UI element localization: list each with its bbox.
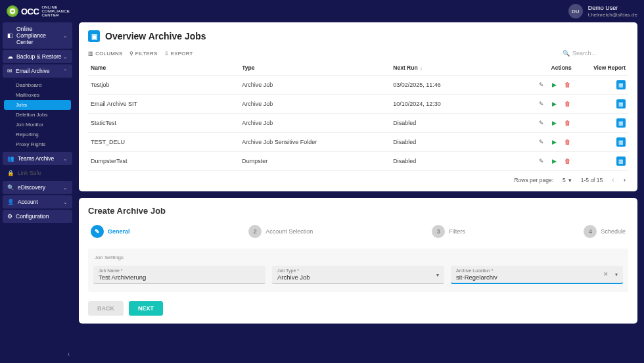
- next-button[interactable]: NEXT: [129, 301, 163, 316]
- sidebar-item-ediscovery[interactable]: 🔍eDiscovery ⌄: [3, 181, 72, 194]
- step-num: 2: [248, 225, 262, 238]
- run-icon[interactable]: ▶: [551, 81, 559, 89]
- sidebar-sub-deletion-jobs[interactable]: Deletion Jobs: [4, 110, 71, 120]
- step-account-selection[interactable]: 2 Account Selection: [248, 225, 313, 238]
- sidebar-sub-dashboard[interactable]: Dashboard: [4, 80, 71, 90]
- brand-logo: OCC ONLINE COMPLIANCE CENTER: [7, 5, 70, 17]
- cell-nextrun: 10/10/2024, 12:30: [390, 95, 520, 114]
- th-nextrun[interactable]: Next Run↓: [390, 60, 520, 76]
- form-buttons: BACK NEXT: [88, 301, 628, 316]
- edit-icon[interactable]: ✎: [538, 81, 545, 89]
- sidebar-item-linksafe: 🔒Link Safe: [3, 166, 72, 180]
- cloud-icon: ☁: [7, 53, 13, 60]
- next-page-button[interactable]: ›: [624, 176, 626, 183]
- overview-card: ▣ Overview Archive Jobs ▥COLUMNS ⚲FILTER…: [79, 22, 637, 191]
- th-nextrun-label: Next Run: [393, 64, 417, 71]
- user-area[interactable]: DU Demo User t.heinreich@sfdas.de: [568, 4, 637, 18]
- sort-down-icon: ↓: [420, 65, 423, 71]
- main-content: ▣ Overview Archive Jobs ▥COLUMNS ⚲FILTER…: [75, 22, 644, 363]
- delete-icon[interactable]: 🗑: [564, 138, 572, 146]
- step-filters[interactable]: 3 Filters: [432, 225, 465, 238]
- delete-icon[interactable]: 🗑: [564, 157, 572, 165]
- search-placeholder: Search…: [572, 50, 597, 57]
- sidebar-item-occ[interactable]: ◧Online Compliance Center ⌄: [3, 22, 72, 49]
- sidebar: ◧Online Compliance Center ⌄ ☁Backup & Re…: [0, 22, 75, 363]
- run-icon[interactable]: ▶: [551, 157, 559, 165]
- filters-button[interactable]: ⚲FILTERS: [129, 51, 158, 57]
- jobtype-field[interactable]: Job Type * Archive Job ▾: [272, 266, 444, 284]
- collapse-sidebar-button[interactable]: ‹: [68, 351, 70, 358]
- run-icon[interactable]: ▶: [551, 100, 559, 108]
- sidebar-sub-job-monitor[interactable]: Job Monitor: [4, 120, 71, 130]
- sidebar-item-teams-archive[interactable]: 👥Teams Archive ⌄: [3, 152, 72, 165]
- table-row: Email Archive SITArchive Job10/10/2024, …: [88, 95, 628, 114]
- sidebar-sub-mailboxes[interactable]: Mailboxes: [4, 90, 71, 100]
- page-title-text: Overview Archive Jobs: [105, 31, 206, 41]
- archloc-value: sit-Regelarchiv: [456, 273, 618, 281]
- step-label: Filters: [449, 228, 465, 235]
- run-icon[interactable]: ▶: [551, 119, 559, 127]
- edit-icon[interactable]: ✎: [538, 138, 545, 146]
- report-icon[interactable]: ▦: [616, 80, 626, 89]
- pagination: Rows per page: 5▾ 1-5 of 15 ‹ ›: [88, 171, 628, 183]
- table-toolbar: ▥COLUMNS ⚲FILTERS ⇩EXPORT 🔍 Search…: [88, 50, 628, 57]
- chevron-down-icon: ⌄: [63, 185, 68, 191]
- jobname-field[interactable]: Job Name * Test Archivierung: [93, 266, 265, 284]
- report-icon[interactable]: ▦: [616, 99, 626, 109]
- cell-nextrun: Disabled: [390, 133, 520, 152]
- sidebar-item-configuration[interactable]: ⚙Configuration: [3, 210, 72, 223]
- cell-nextrun: 03/02/2025, 11:46: [390, 76, 520, 95]
- search-input[interactable]: 🔍 Search…: [563, 50, 628, 57]
- delete-icon[interactable]: 🗑: [564, 119, 572, 127]
- step-num: 4: [584, 225, 597, 238]
- cell-type: Archive Job: [239, 114, 390, 133]
- edit-icon[interactable]: ✎: [538, 119, 545, 127]
- step-general[interactable]: ✎ General: [91, 225, 130, 238]
- user-icon: 👤: [7, 199, 14, 205]
- run-icon[interactable]: ▶: [551, 138, 559, 146]
- archive-location-field[interactable]: Archive Location * sit-Regelarchiv ✕ ▾: [451, 266, 623, 284]
- sidebar-sub-proxy[interactable]: Proxy Rights: [4, 139, 71, 149]
- logo-mark-icon: [7, 5, 18, 17]
- chevron-down-icon: ⌄: [63, 54, 68, 60]
- sidebar-sub-reporting[interactable]: Reporting: [4, 130, 71, 139]
- sidebar-item-backup[interactable]: ☁Backup & Restore ⌄: [3, 50, 72, 63]
- archloc-label: Archive Location *: [456, 268, 618, 273]
- sidebar-item-label: Backup & Restore: [16, 53, 62, 60]
- sidebar-sub-jobs[interactable]: Jobs: [4, 100, 71, 110]
- report-icon[interactable]: ▦: [616, 137, 626, 147]
- export-button[interactable]: ⇩EXPORT: [164, 51, 193, 57]
- table-row: DumpsterTestDumpsterDisabled✎▶🗑▦: [88, 152, 628, 171]
- create-title: Create Archive Job: [88, 206, 628, 216]
- edit-icon[interactable]: ✎: [538, 157, 545, 165]
- report-icon[interactable]: ▦: [616, 118, 626, 128]
- sidebar-item-label: eDiscovery: [18, 184, 45, 191]
- cell-type: Dumpster: [239, 152, 390, 171]
- search-icon: 🔍: [563, 50, 570, 57]
- back-button[interactable]: BACK: [88, 301, 124, 316]
- step-label: Schedule: [601, 228, 626, 235]
- delete-icon[interactable]: 🗑: [564, 81, 572, 89]
- rpp-select[interactable]: 5▾: [563, 177, 572, 183]
- topbar: OCC ONLINE COMPLIANCE CENTER DU Demo Use…: [0, 0, 644, 22]
- jobname-value: Test Archivierung: [99, 273, 260, 281]
- sidebar-item-label: Account: [18, 199, 38, 205]
- chevron-down-icon: ▾: [568, 177, 572, 183]
- cell-type: Archive Job: [239, 95, 390, 114]
- edit-icon[interactable]: ✎: [538, 100, 545, 108]
- prev-page-button[interactable]: ‹: [612, 176, 614, 183]
- sidebar-item-email-archive[interactable]: ✉Email Archive ⌃: [3, 64, 72, 78]
- gear-icon: ⚙: [7, 213, 12, 220]
- th-name[interactable]: Name: [88, 60, 239, 76]
- user-name: Demo User: [588, 5, 637, 12]
- step-schedule[interactable]: 4 Schedule: [584, 225, 626, 238]
- sidebar-item-account[interactable]: 👤Account ⌄: [3, 195, 72, 208]
- cell-name: TEST_DELU: [88, 133, 239, 152]
- columns-button[interactable]: ▥COLUMNS: [88, 51, 123, 57]
- th-type[interactable]: Type: [239, 60, 390, 76]
- report-icon[interactable]: ▦: [616, 157, 626, 166]
- clear-icon[interactable]: ✕: [603, 271, 609, 278]
- delete-icon[interactable]: 🗑: [564, 100, 572, 108]
- jobtype-value: Archive Job: [277, 273, 439, 281]
- columns-label: COLUMNS: [95, 51, 122, 57]
